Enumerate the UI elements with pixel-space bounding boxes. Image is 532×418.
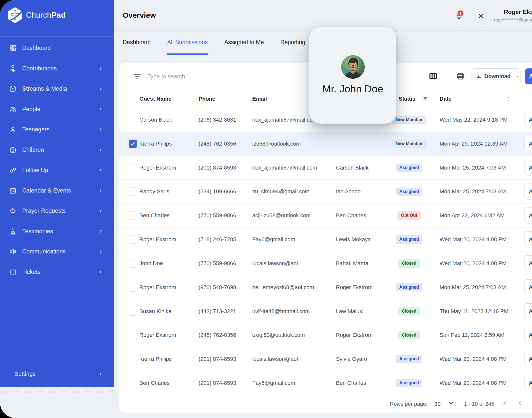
row-action-button[interactable]: A [525, 160, 532, 176]
calendar-events-icon [9, 187, 17, 195]
sidebar-item-tickets[interactable]: Tickets [0, 262, 114, 282]
logo[interactable]: ChurchPad [7, 7, 66, 23]
row-checkbox[interactable] [129, 259, 137, 268]
table-row[interactable]: Roger Ekstrom(970) 548-7698hej_emeyozi68… [119, 275, 532, 299]
previous-page-button[interactable] [517, 395, 524, 413]
column-header-phone: Phone [199, 90, 215, 108]
cell-status: New Member [389, 132, 429, 156]
row-checkbox[interactable] [129, 140, 137, 148]
notifications-button[interactable]: 3 [451, 8, 467, 24]
status-badge: Assigned [396, 355, 423, 363]
cell-assigned-to: Lewis Mokaya [336, 227, 371, 251]
row-checkbox[interactable] [129, 283, 137, 292]
table-row[interactable]: John Doe(770) 559-9866lucais.lawson@aolB… [119, 251, 532, 275]
user-name[interactable]: Roger Ekstr [504, 8, 532, 15]
prayer-requests-icon [9, 207, 17, 215]
chevron-right-icon [98, 66, 103, 71]
table-row[interactable]: Susan Kihika(442) 713-3221uvif-ita48@hot… [119, 299, 532, 323]
first-page-button[interactable] [501, 395, 508, 413]
row-action-button[interactable]: A [525, 279, 532, 295]
row-action-button[interactable]: A [525, 208, 532, 223]
chevron-right-icon [98, 229, 103, 233]
cell-assigned-to: Roger Ekstrom [336, 323, 373, 347]
cell-email: hej_emeyozi68@aol.com [252, 275, 314, 299]
tab-reporting[interactable]: Reporting [280, 30, 305, 54]
table-row[interactable]: Kierra Philips(201) 874-8593lucais.lawso… [119, 347, 532, 371]
dashboard-icon [9, 44, 17, 52]
column-header-date[interactable]: Date [440, 90, 452, 108]
download-button[interactable]: Download [472, 68, 521, 84]
sidebar-item-people[interactable]: People [0, 99, 114, 120]
sidebar-item-streams-media[interactable]: Streams & Media [0, 79, 114, 99]
table-row[interactable]: Roger Ekstrom(248) 762-0356oxigi83@outlo… [119, 323, 532, 347]
row-checkbox[interactable] [129, 164, 137, 172]
cell-assigned-to: Ben Charles [336, 371, 366, 395]
row-action-button[interactable]: A [525, 231, 532, 247]
row-action-button[interactable]: A [525, 375, 532, 391]
sidebar-item-dashboard[interactable]: Dashboard [0, 38, 114, 58]
sidebar-item-communications[interactable]: Communications [0, 241, 114, 262]
table-row[interactable]: Ben Charles(770) 559-9866acij-izu58@outl… [119, 204, 532, 227]
guest-preview-popup: Mr. John Doe [309, 27, 396, 124]
status-badge: New Member [392, 116, 426, 124]
search-input[interactable]: Type to search ... [147, 63, 297, 90]
primary-action-button[interactable]: A [525, 68, 532, 84]
row-checkbox[interactable] [129, 379, 137, 387]
tab-dashboard[interactable]: Dashboard [123, 30, 151, 54]
sidebar-item-teenagers[interactable]: Teenagers [0, 119, 114, 140]
cell-guest-name: Kierra Philips [139, 347, 172, 371]
table-row[interactable]: Kierra Philips(248) 762-0356izu58@outloo… [119, 132, 532, 156]
table-row[interactable]: Roger Ekstrom(718) 246-7285Fay6@gmail.co… [119, 227, 532, 251]
page-title: Overview [123, 0, 156, 30]
sidebar-item-label: Testimonies [22, 228, 93, 235]
sidebar-item-follow-up[interactable]: Follow Up [0, 160, 114, 181]
row-action-button[interactable]: A [525, 255, 532, 271]
row-action-button[interactable]: A [525, 184, 532, 200]
sidebar-item-prayer-requests[interactable]: Prayer Requests [0, 201, 114, 221]
row-action-button[interactable]: A [525, 327, 532, 343]
sidebar-item-testimonies[interactable]: Testimonies [0, 221, 114, 242]
tab-all-submissions[interactable]: All Submissions [167, 30, 208, 54]
rows-per-page-value[interactable]: 30 [434, 395, 441, 413]
columns-icon[interactable] [428, 72, 438, 81]
print-icon[interactable] [456, 71, 466, 81]
date-sort-icon[interactable] [506, 95, 512, 102]
row-checkbox[interactable] [129, 355, 137, 363]
table-row[interactable]: Roger Ekstrom(201) 874-8593nux_ajamahi57… [119, 156, 532, 180]
sidebar-item-settings[interactable]: Settings [0, 360, 114, 388]
cell-guest-name: Randy Saris [139, 180, 169, 204]
cell-assigned-to: Ben Charles [336, 204, 366, 227]
table-row[interactable]: Randy Saris(234) 109-6666zu_cimu94@gmail… [119, 180, 532, 204]
status-badge: Opt Out [397, 211, 421, 220]
cell-guest-name: John Doe [139, 251, 163, 275]
rows-per-page-dropdown[interactable] [448, 395, 454, 413]
cell-date: Thu May 11, 2023 12:16 PM [440, 299, 509, 323]
table-row[interactable]: Ben Charles(201) 874-8593Fay6@gmail.comB… [119, 371, 532, 395]
cell-email: izu58@outlook.com [252, 132, 301, 156]
sidebar-item-calendar-events[interactable]: Calendar & Events [0, 181, 114, 201]
theme-toggle-button[interactable] [473, 8, 489, 24]
status-filter-icon[interactable] [422, 96, 428, 102]
sidebar-item-contributions[interactable]: Contributions [0, 58, 114, 79]
select-all-checkbox[interactable] [129, 95, 137, 103]
row-action-button[interactable]: A [525, 351, 532, 367]
row-checkbox[interactable] [129, 116, 137, 124]
cell-status: Assigned [389, 156, 429, 180]
row-action-button[interactable]: A [525, 136, 532, 152]
column-header-status[interactable]: Status [399, 90, 415, 108]
sidebar-item-label: Communications [22, 248, 93, 255]
sidebar-item-label: Contributions [22, 65, 93, 72]
row-checkbox[interactable] [129, 307, 137, 316]
row-checkbox[interactable] [129, 187, 137, 196]
row-checkbox[interactable] [129, 331, 137, 339]
pagination-range: 1 - 10 of 245 [464, 395, 494, 413]
tab-assigned-to-me[interactable]: Assigned to Me [224, 30, 264, 54]
row-checkbox[interactable] [129, 211, 137, 220]
row-checkbox[interactable] [129, 235, 137, 244]
sidebar-item-children[interactable]: Children [0, 140, 114, 160]
row-action-button[interactable]: A [525, 112, 532, 128]
top-bar: Overview 3 Roger Ekstr roge*********@gma… [114, 0, 532, 31]
row-action-button[interactable]: A [525, 303, 532, 319]
cell-email: zu_cimu94@gmail.com [252, 180, 309, 204]
cell-date: Mon Apr 29, 2024 12:39 AM [440, 132, 508, 156]
